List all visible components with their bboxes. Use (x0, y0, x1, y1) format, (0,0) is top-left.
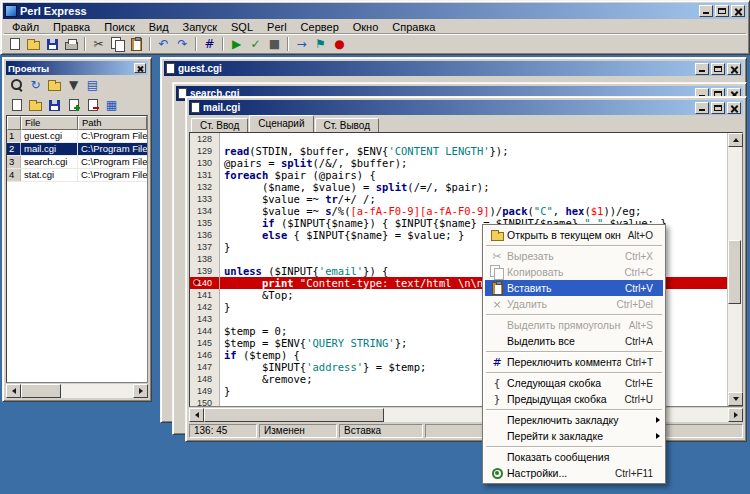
add-file-button[interactable] (64, 96, 83, 114)
context-menu-item[interactable]: КопироватьCtrl+C (485, 264, 663, 280)
menubar-item-4[interactable]: Запуск (176, 20, 224, 34)
print-button[interactable] (62, 35, 81, 53)
cut-button[interactable]: ✂ (89, 35, 108, 53)
context-menu-item[interactable]: ×УдалитьCtrl+Del (485, 296, 663, 312)
line-number[interactable]: 136 (190, 229, 220, 241)
main-close-button[interactable] (731, 5, 745, 17)
mail-maximize-button[interactable] (711, 102, 725, 114)
context-menu-item[interactable]: Перейти к закладке (485, 428, 663, 444)
line-number[interactable]: 141 (190, 289, 220, 301)
code-line[interactable]: 132 ($name, $value) = split(/=/, $pair); (190, 181, 727, 193)
context-menu-item[interactable]: ВставитьCtrl+V (485, 280, 663, 296)
scroll-left-button[interactable] (189, 408, 204, 422)
context-menu-item[interactable]: Показать сообщения (485, 449, 663, 465)
line-number[interactable]: 150 (190, 397, 220, 406)
sort-button[interactable]: ▼ (64, 76, 83, 94)
projects-scroll-left-button[interactable] (6, 384, 21, 398)
line-number[interactable]: 140 (190, 277, 220, 289)
menubar-item-6[interactable]: Perl (260, 20, 294, 34)
projects-titlebar[interactable]: Проекты (6, 61, 148, 75)
undo-button[interactable]: ↶ (154, 35, 173, 53)
line-number[interactable]: 128 (190, 133, 220, 145)
projects-hscroll-track[interactable] (21, 384, 133, 398)
context-menu-item[interactable]: Выделить прямоугольникомAlt+S (485, 317, 663, 333)
context-menu-item[interactable]: Переключить закладку (485, 412, 663, 428)
menubar-item-0[interactable]: Файл (5, 20, 46, 34)
editor-tab-0[interactable]: Ст. Ввод (191, 118, 248, 132)
menubar-item-8[interactable]: Окно (346, 20, 386, 34)
save-file-button[interactable] (43, 35, 62, 53)
vertical-scroll-track[interactable] (728, 147, 742, 392)
new-file-button[interactable] (5, 35, 24, 53)
projects-hscroll-thumb[interactable] (21, 384, 61, 398)
line-number[interactable]: 133 (190, 193, 220, 205)
main-maximize-button[interactable] (715, 5, 729, 17)
open-project-button[interactable] (26, 96, 45, 114)
projects-scroll-right-button[interactable] (133, 384, 148, 398)
vertical-scroll-thumb[interactable] (728, 240, 741, 304)
code-line[interactable]: 128 (190, 133, 727, 145)
scroll-up-button[interactable] (728, 133, 743, 147)
context-menu-item[interactable]: Открыть в текущем окне...Alt+O (485, 227, 663, 243)
folders-button[interactable] (45, 76, 64, 94)
context-menu-item[interactable]: #Переключить комментарийCtrl+T (485, 354, 663, 370)
line-number[interactable]: 139 (190, 265, 220, 277)
line-number[interactable]: 129 (190, 145, 220, 157)
line-number[interactable]: 145 (190, 337, 220, 349)
line-number[interactable]: 144 (190, 325, 220, 337)
project-row[interactable]: 2mail.cgiC:\Program Files (7, 143, 147, 156)
paste-button[interactable] (127, 35, 146, 53)
remove-file-button[interactable] (83, 96, 102, 114)
mail-close-button[interactable] (727, 102, 741, 114)
menubar-item-3[interactable]: Вид (142, 20, 176, 34)
check-syntax-button[interactable]: ✓ (246, 35, 265, 53)
copy-button[interactable] (108, 35, 127, 53)
context-menu-item[interactable]: ✂ВырезатьCtrl+X (485, 248, 663, 264)
save-project-button[interactable] (45, 96, 64, 114)
app-icon[interactable] (5, 5, 17, 17)
editor-tab-2[interactable]: Ст. Вывод (315, 118, 379, 132)
line-number[interactable]: 148 (190, 373, 220, 385)
open-file-button[interactable] (24, 35, 43, 53)
line-number[interactable]: 135 (190, 217, 220, 229)
menubar-item-1[interactable]: Правка (46, 20, 97, 34)
bookmark-button[interactable]: ⚑ (311, 35, 330, 53)
redo-button[interactable]: ↷ (173, 35, 192, 53)
new-project-button[interactable] (7, 96, 26, 114)
code-line[interactable]: 129read(STDIN, $buffer, $ENV{'CONTENT_LE… (190, 145, 727, 157)
context-menu-item[interactable]: }Предыдущая скобкаCtrl+U (485, 391, 663, 407)
vertical-scrollbar[interactable] (727, 133, 742, 406)
project-row[interactable]: 1guest.cgiC:\Program Files (7, 130, 147, 143)
menubar-item-2[interactable]: Поиск (97, 20, 141, 34)
context-menu-item[interactable]: Выделить всеCtrl+A (485, 333, 663, 349)
guest-minimize-button[interactable] (695, 63, 709, 75)
project-row[interactable]: 3search.cgiC:\Program Files (7, 156, 147, 169)
main-minimize-button[interactable] (699, 5, 713, 17)
guest-maximize-button[interactable] (711, 63, 725, 75)
project-row[interactable]: 4stat.cgiC:\Program Files (7, 169, 147, 182)
projects-hscroll[interactable] (6, 384, 148, 398)
mail-minimize-button[interactable] (695, 102, 709, 114)
code-line[interactable]: 131foreach $pair (@pairs) { (190, 169, 727, 181)
run-button[interactable]: ▶ (227, 35, 246, 53)
code-line[interactable]: 133 $value =~ tr/+/ /; (190, 193, 727, 205)
line-number[interactable]: 138 (190, 253, 220, 265)
line-number[interactable]: 147 (190, 361, 220, 373)
line-number[interactable]: 137 (190, 241, 220, 253)
refresh-button[interactable]: ↻ (26, 76, 45, 94)
breakpoint-button[interactable]: ● (330, 35, 349, 53)
horizontal-scroll-thumb[interactable] (204, 408, 384, 422)
menubar-item-9[interactable]: Справка (385, 20, 442, 34)
view-mode-button[interactable]: ▤ (83, 76, 102, 94)
scroll-right-button[interactable] (728, 408, 743, 422)
projects-close-button[interactable] (134, 63, 146, 73)
line-number[interactable]: 142 (190, 301, 220, 313)
line-number[interactable]: 146 (190, 349, 220, 361)
goto-line-button[interactable]: → (292, 35, 311, 53)
context-menu-item[interactable]: Настройки...Ctrl+F11 (485, 465, 663, 481)
line-number[interactable]: 143 (190, 313, 220, 325)
guest-close-button[interactable] (727, 63, 741, 75)
find-in-files-button[interactable] (7, 76, 26, 94)
line-number[interactable]: 132 (190, 181, 220, 193)
stop-button[interactable]: ■ (265, 35, 284, 53)
